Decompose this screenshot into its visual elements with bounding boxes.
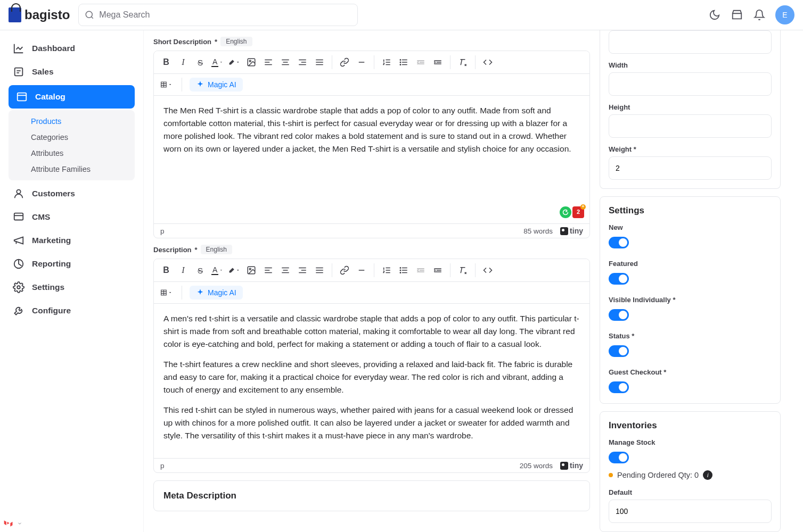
link-button[interactable] (337, 262, 353, 278)
search-wrapper (78, 4, 358, 26)
chevron-down-icon (168, 82, 172, 87)
visible-toggle[interactable] (609, 309, 629, 321)
sidebar-item-customers[interactable]: Customers (0, 182, 143, 205)
ul-button[interactable] (396, 54, 412, 70)
align-right-button[interactable] (294, 262, 310, 278)
ol-button[interactable] (379, 54, 395, 70)
manage-stock-toggle[interactable] (609, 452, 629, 463)
align-justify-icon (315, 265, 324, 275)
ul-icon (399, 265, 408, 275)
strike-button[interactable]: S (192, 262, 208, 278)
avatar[interactable]: E (775, 5, 794, 24)
sidebar-item-marketing[interactable]: Marketing (0, 229, 143, 252)
align-center-button[interactable] (277, 54, 293, 70)
sidebar-item-configure[interactable]: Configure (0, 299, 143, 322)
label-text: Description (153, 246, 192, 254)
italic-button[interactable]: I (175, 262, 191, 278)
grammarly-icon[interactable] (560, 206, 571, 218)
highlight-button[interactable] (226, 262, 242, 278)
marketing-icon (13, 235, 24, 246)
text-color-button[interactable]: A (209, 54, 225, 70)
info-icon[interactable]: i (703, 470, 712, 480)
short-desc-editor: B I S A (153, 51, 590, 238)
image-button[interactable] (243, 54, 259, 70)
width-field[interactable] (609, 72, 772, 96)
tiny-logo[interactable]: tiny (560, 461, 583, 470)
visible-label: Visible Individually * (609, 296, 772, 304)
settings-title: Settings (609, 205, 772, 216)
status-toggle[interactable] (609, 345, 629, 357)
search-input[interactable] (78, 4, 358, 26)
meta-title: Meta Description (163, 491, 580, 501)
italic-button[interactable]: I (175, 54, 191, 70)
bell-icon[interactable] (753, 9, 766, 21)
table-button[interactable] (158, 77, 174, 93)
desc-content[interactable]: A men's red t-shirt is a versatile and c… (154, 304, 589, 458)
align-right-icon (298, 265, 307, 275)
store-icon[interactable] (731, 9, 743, 21)
sidebar-item-settings[interactable]: Settings (0, 276, 143, 299)
clear-format-button[interactable] (455, 54, 471, 70)
magic-ai-button[interactable]: Magic AI (190, 78, 243, 92)
code-button[interactable] (480, 54, 496, 70)
ul-button[interactable] (396, 262, 412, 278)
short-desc-content[interactable]: The Men Red T-shirt is a classic wardrob… (154, 96, 589, 223)
hr-button[interactable] (354, 54, 370, 70)
code-button[interactable] (480, 262, 496, 278)
height-field[interactable] (609, 114, 772, 138)
default-qty-field[interactable] (609, 500, 772, 523)
align-left-button[interactable] (260, 54, 276, 70)
sidebar-item-sales[interactable]: Sales (0, 60, 143, 84)
subnav-attribute-families[interactable]: Attribute Families (9, 161, 135, 177)
manage-stock-label: Manage Stock (609, 438, 772, 446)
magic-ai-button[interactable]: Magic AI (190, 286, 243, 300)
indent-button[interactable] (430, 54, 446, 70)
align-center-icon (281, 57, 290, 67)
image-button[interactable] (243, 262, 259, 278)
strike-button[interactable]: S (192, 54, 208, 70)
svg-point-15 (400, 268, 401, 269)
tiny-logo[interactable]: tiny (560, 227, 583, 235)
subnav-products[interactable]: Products (9, 113, 135, 129)
highlight-button[interactable] (226, 54, 242, 70)
length-field[interactable] (609, 30, 772, 54)
outdent-button[interactable] (413, 262, 429, 278)
subnav-attributes[interactable]: Attributes (9, 145, 135, 161)
align-right-button[interactable] (294, 54, 310, 70)
sidebar-item-cms[interactable]: CMS (0, 205, 143, 229)
sidebar-item-catalog[interactable]: Catalog (9, 85, 135, 109)
svg-point-9 (400, 60, 401, 61)
clear-icon (458, 57, 468, 67)
sidebar-item-reporting[interactable]: Reporting (0, 252, 143, 276)
hr-button[interactable] (354, 262, 370, 278)
new-toggle[interactable] (609, 237, 629, 248)
align-center-button[interactable] (277, 262, 293, 278)
clear-format-button[interactable] (455, 262, 471, 278)
bold-button[interactable]: B (158, 262, 174, 278)
sidebar-item-dashboard[interactable]: Dashboard (0, 37, 143, 60)
guest-toggle[interactable] (609, 381, 629, 393)
align-justify-button[interactable] (312, 262, 327, 278)
table-button[interactable] (158, 285, 174, 301)
subnav-categories[interactable]: Categories (9, 129, 135, 145)
svg-point-0 (86, 11, 93, 18)
laravel-debug-badge[interactable] (3, 518, 22, 529)
element-path[interactable]: p (160, 227, 165, 235)
bold-button[interactable]: B (158, 54, 174, 70)
suggestion-badge[interactable]: 2 (572, 206, 584, 218)
dark-mode-icon[interactable] (708, 9, 721, 21)
ol-button[interactable] (379, 262, 395, 278)
text-color-button[interactable]: A (209, 262, 225, 278)
image-icon (247, 57, 256, 67)
link-button[interactable] (337, 54, 353, 70)
outdent-button[interactable] (413, 54, 429, 70)
element-path[interactable]: p (160, 462, 165, 470)
brand-logo[interactable]: bagisto (9, 7, 70, 22)
chevron-down-icon (17, 521, 22, 526)
indent-button[interactable] (430, 262, 446, 278)
language-badge: English (220, 37, 252, 46)
align-justify-button[interactable] (312, 54, 327, 70)
featured-toggle[interactable] (609, 273, 629, 285)
weight-field[interactable] (609, 156, 772, 180)
align-left-button[interactable] (260, 262, 276, 278)
